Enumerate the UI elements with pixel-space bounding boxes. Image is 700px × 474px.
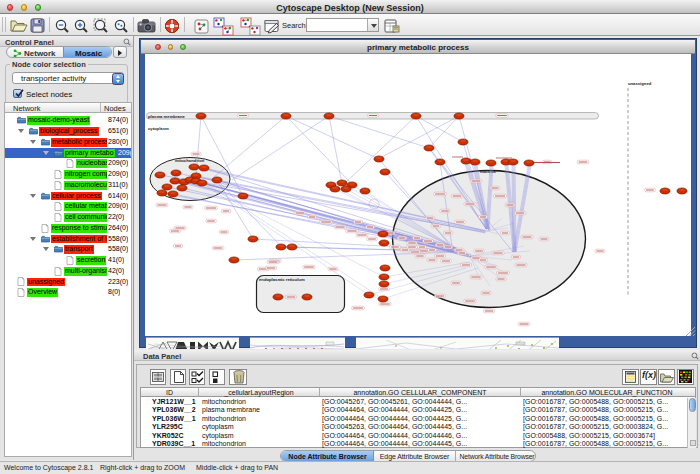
svg-text:nucleus: nucleus	[480, 169, 496, 174]
svg-text:endoplasmic reticulum: endoplasmic reticulum	[259, 277, 305, 282]
svg-text:mitochondrion: mitochondrion	[175, 158, 205, 163]
svg-text:plasma membrane: plasma membrane	[148, 114, 185, 119]
svg-text:cytoplasm: cytoplasm	[148, 126, 169, 131]
svg-text:unassigned: unassigned	[628, 81, 652, 86]
